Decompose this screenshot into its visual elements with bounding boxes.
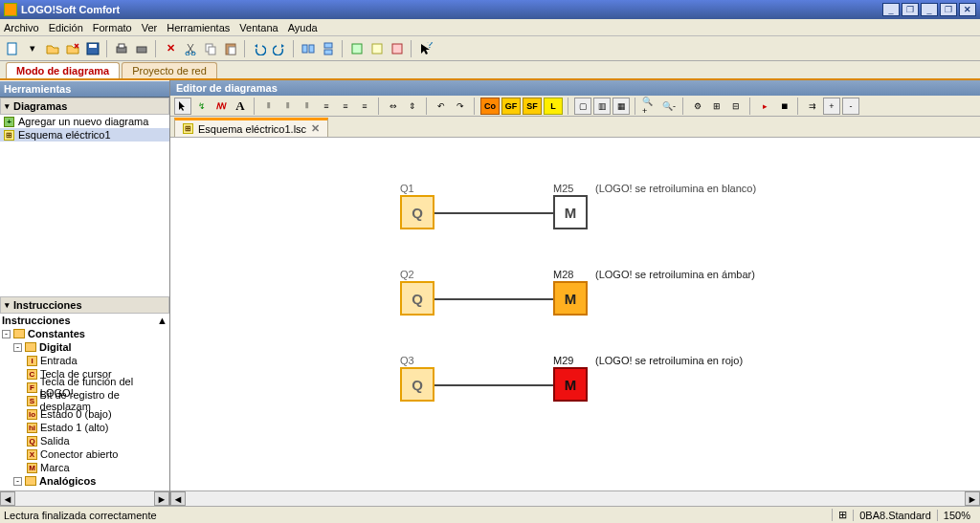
menu-ayuda[interactable]: Ayuda <box>288 22 318 33</box>
scroll-right-icon[interactable]: ► <box>154 491 169 506</box>
menu-ventana[interactable]: Ventana <box>239 22 278 33</box>
wire[interactable] <box>434 298 553 300</box>
li-button[interactable]: L <box>544 98 563 115</box>
node-salida[interactable]: QSalida <box>0 434 169 447</box>
maximize-button[interactable]: ❐ <box>902 3 919 16</box>
extra2-button[interactable]: + <box>823 98 840 115</box>
close-button[interactable]: ✕ <box>959 3 976 16</box>
zoom-out-button[interactable]: 🔍- <box>660 98 678 115</box>
minus-icon[interactable]: - <box>13 343 22 352</box>
undo-editor[interactable]: ↶ <box>433 98 450 115</box>
output-block[interactable]: QQ1 <box>400 195 434 229</box>
block3-button[interactable] <box>389 40 406 57</box>
new-button[interactable] <box>4 40 21 57</box>
align-right-tool[interactable]: ⦀ <box>299 98 316 115</box>
node-marca[interactable]: MMarca <box>0 461 169 474</box>
tool-c[interactable]: ⊟ <box>727 98 745 115</box>
page1-button[interactable]: ▢ <box>574 98 591 115</box>
editor-hscrollbar[interactable]: ◄ ► <box>170 490 980 506</box>
tool-b[interactable]: ⊞ <box>708 98 725 115</box>
align-center-tool[interactable]: ⦀ <box>279 98 297 115</box>
marker-block[interactable]: MM28(LOGO! se retroilumina en ámbar) <box>553 281 588 316</box>
save-button[interactable] <box>84 40 101 57</box>
page3-button[interactable]: ▦ <box>612 98 630 115</box>
wire[interactable] <box>434 384 553 386</box>
left-scrollbar[interactable]: ◄ ► <box>0 490 169 506</box>
print-button[interactable] <box>113 40 130 57</box>
block1-button[interactable] <box>348 40 366 57</box>
diagram-item-1[interactable]: ⊞ Esquema eléctrico1 <box>0 128 169 142</box>
dist-h-tool[interactable]: ⇔ <box>385 98 402 115</box>
zoom-in-button[interactable]: 🔍+ <box>641 98 658 115</box>
diagram-tree[interactable]: + Agregar un nuevo diagrama ⊞ Esquema el… <box>0 115 169 296</box>
cut-button[interactable] <box>182 40 199 57</box>
cut-connection-tool[interactable]: ꟿ <box>212 98 230 115</box>
document-tab[interactable]: ⊞ Esquema eléctrico1.lsc ✕ <box>174 118 328 137</box>
extra3-button[interactable]: - <box>842 98 859 115</box>
tab-diagram-mode[interactable]: Modo de diagrama <box>6 62 120 78</box>
copy-button[interactable] <box>202 40 219 57</box>
align-mid-tool[interactable]: ≡ <box>337 98 354 115</box>
scroll-track[interactable] <box>15 491 154 506</box>
text-tool[interactable]: A <box>232 98 249 115</box>
redo-button[interactable] <box>271 40 288 57</box>
align1-button[interactable] <box>300 40 317 57</box>
marker-block[interactable]: MM25(LOGO! se retroilumina en blanco) <box>553 195 588 229</box>
align-top-tool[interactable]: ≡ <box>318 98 335 115</box>
node-bitreg[interactable]: SBit de registro de desplazam <box>0 394 169 407</box>
align-left-tool[interactable]: ⦀ <box>260 98 278 115</box>
new-dropdown[interactable]: ▾ <box>24 40 41 57</box>
dist-v-tool[interactable]: ⇕ <box>404 98 421 115</box>
gf-button[interactable]: GF <box>501 98 521 115</box>
plus-icon[interactable]: - <box>13 477 22 486</box>
open-button[interactable] <box>44 40 61 57</box>
minus-icon[interactable]: - <box>2 330 11 338</box>
node-entrada[interactable]: IEntrada <box>0 354 169 367</box>
paste-button[interactable] <box>222 40 239 57</box>
delete-button[interactable]: ✕ <box>162 40 179 57</box>
node-digital[interactable]: - Digital <box>0 340 169 354</box>
redo-editor[interactable]: ↷ <box>452 98 469 115</box>
menu-formato[interactable]: Formato <box>93 22 132 33</box>
close-tab-icon[interactable]: ✕ <box>311 122 320 135</box>
page2-button[interactable]: ▥ <box>593 98 611 115</box>
select-tool[interactable] <box>174 98 191 115</box>
sf-button[interactable]: SF <box>523 98 542 115</box>
tab-network-project[interactable]: Proyecto de red <box>122 62 217 78</box>
instruction-tree[interactable]: Instrucciones ▲ - Constantes - Digital I… <box>0 314 169 490</box>
menu-ver[interactable]: Ver <box>142 22 158 33</box>
scroll-track[interactable] <box>186 491 965 506</box>
close-file-button[interactable] <box>64 40 81 57</box>
connect-tool[interactable]: ↯ <box>193 98 211 115</box>
minimize2-button[interactable]: _ <box>921 3 938 16</box>
wire[interactable] <box>434 212 553 214</box>
diagrams-header[interactable]: ▾ Diagramas <box>0 98 169 115</box>
node-conector[interactable]: XConector abierto <box>0 447 169 461</box>
instr-root[interactable]: Instrucciones ▲ <box>0 314 169 327</box>
help-pointer-button[interactable]: ? <box>417 40 434 57</box>
scroll-left-icon[interactable]: ◄ <box>170 491 186 506</box>
marker-block[interactable]: MM29(LOGO! se retroilumina en rojo) <box>553 367 588 402</box>
node-constants[interactable]: - Constantes <box>0 327 169 340</box>
extra1-button[interactable]: ⇉ <box>804 98 821 115</box>
output-block[interactable]: QQ2 <box>400 281 434 316</box>
block2-button[interactable] <box>368 40 386 57</box>
instructions-header[interactable]: ▾ Instrucciones <box>0 296 169 314</box>
output-block[interactable]: QQ3 <box>400 367 434 402</box>
undo-button[interactable] <box>251 40 268 57</box>
align-bot-tool[interactable]: ≡ <box>356 98 373 115</box>
align2-button[interactable] <box>320 40 337 57</box>
scroll-right-icon[interactable]: ► <box>965 491 980 506</box>
sim-button[interactable]: ▸ <box>756 98 773 115</box>
print-preview-button[interactable] <box>133 40 150 57</box>
minimize-button[interactable]: _ <box>882 3 900 16</box>
restore-button[interactable]: ❐ <box>940 3 957 16</box>
menu-herramientas[interactable]: Herramientas <box>167 22 230 33</box>
co-button[interactable]: Co <box>480 98 500 115</box>
sim-stop-button[interactable]: ⏹ <box>775 98 792 115</box>
scroll-left-icon[interactable]: ◄ <box>0 491 15 506</box>
tool-a[interactable]: ⚙ <box>689 98 706 115</box>
menu-archivo[interactable]: Archivo <box>4 22 39 33</box>
diagram-canvas[interactable]: QQ1MM25(LOGO! se retroilumina en blanco)… <box>170 138 980 490</box>
add-diagram-item[interactable]: + Agregar un nuevo diagrama <box>0 115 169 128</box>
